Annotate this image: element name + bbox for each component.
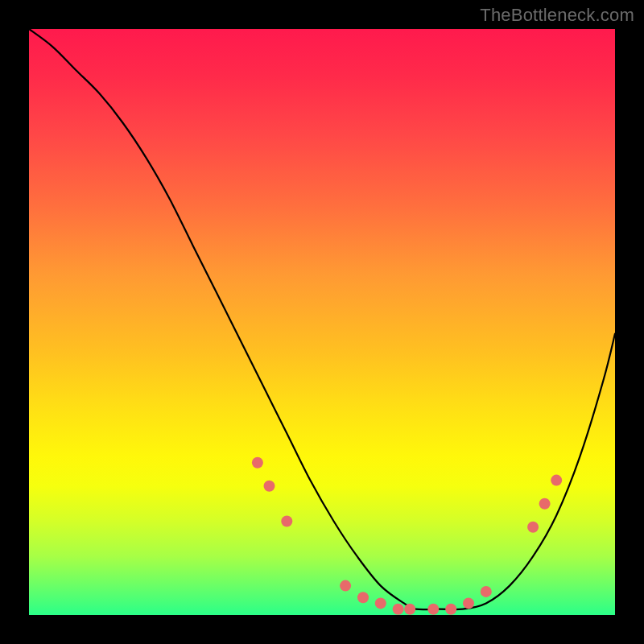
curve-markers bbox=[252, 457, 562, 615]
curve-marker bbox=[481, 586, 492, 597]
plot-area bbox=[29, 29, 615, 615]
watermark-text: TheBottleneck.com bbox=[480, 5, 634, 26]
chart-frame: TheBottleneck.com bbox=[0, 0, 644, 644]
curve-marker bbox=[527, 522, 539, 533]
curve-marker bbox=[427, 604, 439, 615]
curve-marker bbox=[445, 604, 456, 615]
curve-marker bbox=[340, 580, 351, 592]
bottleneck-curve bbox=[29, 29, 615, 615]
curve-marker bbox=[539, 498, 551, 510]
curve-marker bbox=[404, 604, 415, 615]
curve-path bbox=[29, 29, 615, 609]
curve-marker bbox=[252, 457, 263, 469]
curve-marker bbox=[264, 481, 275, 492]
curve-marker bbox=[551, 475, 562, 486]
curve-marker bbox=[281, 516, 292, 527]
curve-marker bbox=[393, 604, 404, 615]
curve-marker bbox=[357, 592, 369, 603]
curve-marker bbox=[463, 597, 474, 609]
curve-marker bbox=[375, 597, 386, 609]
